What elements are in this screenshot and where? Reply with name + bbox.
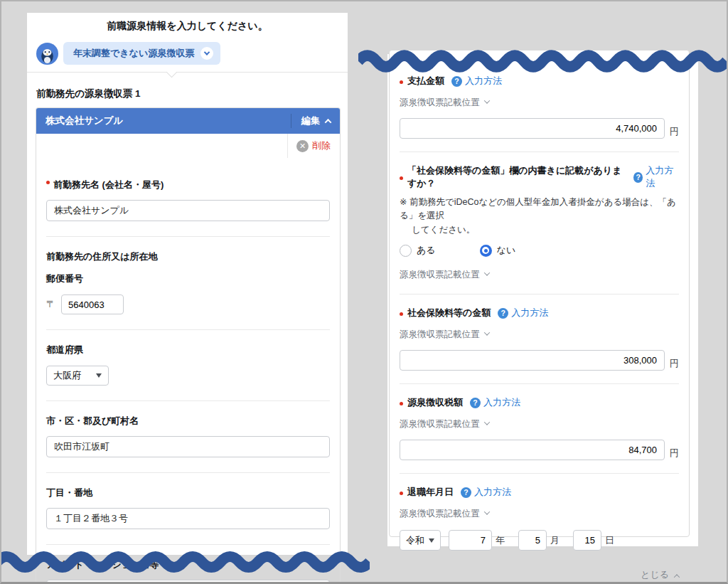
shaho-amount-label-row: 社会保険料等の金額 ? 入力方法 (400, 307, 679, 319)
field-divider (46, 236, 330, 237)
radio-option-aru[interactable]: ある (400, 244, 436, 257)
era-value: 令和 (406, 534, 424, 547)
block-number-input[interactable] (46, 508, 330, 529)
city-label: 市・区・郡及び町村名 (46, 415, 330, 428)
withholding-tax-label: 源泉徴収税額 (407, 396, 463, 409)
withholding-tax-row: 円 (400, 440, 679, 460)
required-marker (400, 402, 403, 405)
shaho-amount-row: 円 (400, 350, 679, 371)
field-divider (46, 329, 330, 330)
edit-label: 編集 (301, 115, 320, 127)
chevron-up-icon (674, 574, 680, 580)
doc-type-dropdown[interactable]: 年末調整できない源泉徴収票 (63, 42, 220, 65)
city-input[interactable] (46, 436, 330, 457)
era-select[interactable]: 令和 (400, 530, 441, 551)
question-icon: ? (451, 76, 462, 87)
payment-amount-label: 支払金額 (407, 75, 444, 87)
postal-code-input[interactable] (61, 294, 124, 314)
required-marker (400, 312, 403, 316)
chevron-down-icon (200, 47, 213, 60)
year-unit: 年 (496, 534, 505, 547)
radio-unchecked-icon[interactable] (400, 245, 412, 257)
company-card: 株式会社サンプル 編集 ✕ 削除 前勤務先名 (会社名・屋号) (36, 107, 341, 584)
withholding-tax-help-link[interactable]: ? 入力方法 (470, 396, 520, 409)
required-marker (46, 181, 50, 184)
edit-button[interactable]: 編集 (291, 114, 331, 128)
company-card-body: 前勤務先名 (会社名・屋号) 前勤務先の住所又は所在地 郵便番号 〒 都道府県 … (36, 158, 340, 584)
day-unit: 日 (605, 534, 614, 547)
withholding-tax-input[interactable] (400, 440, 665, 460)
delete-label: 削除 (312, 139, 331, 152)
company-card-header: 株式会社サンプル 編集 (36, 108, 340, 134)
chevron-up-icon (325, 118, 332, 125)
radio-checked-icon[interactable] (480, 245, 492, 257)
vertical-separator (287, 134, 288, 158)
company-name-input[interactable] (46, 200, 330, 221)
postal-code-row: 〒 (46, 294, 330, 314)
prefecture-select[interactable]: 大阪府 (46, 366, 109, 386)
required-marker (400, 80, 403, 84)
shaho-question-label: 「社会保険料等の金額」欄の内書きに記載がありますか？ (407, 164, 626, 190)
postal-mark-icon: 〒 (46, 298, 55, 311)
close-row: とじる (400, 568, 679, 581)
field-divider (46, 472, 330, 473)
shaho-question-position-toggle[interactable]: 源泉徴収票記載位置 (400, 269, 489, 281)
payment-amount-input[interactable] (400, 118, 665, 139)
select-arrow-icon (429, 538, 434, 543)
payment-amount-row: 円 (400, 118, 679, 139)
question-icon: ? (633, 172, 643, 183)
page-title: 前職源泉情報を入力してください。 (27, 20, 348, 33)
payment-position-toggle[interactable]: 源泉徴収票記載位置 (400, 97, 489, 109)
prefecture-label: 都道府県 (46, 344, 330, 356)
close-circle-icon: ✕ (296, 140, 309, 152)
retirement-date-help-link[interactable]: ? 入力方法 (461, 486, 511, 499)
field-divider (46, 544, 330, 545)
collapse-button[interactable]: とじる (641, 568, 679, 581)
penguin-avatar-icon (36, 43, 58, 65)
chevron-down-icon (483, 270, 489, 275)
question-icon: ? (498, 308, 508, 319)
yen-unit: 円 (670, 447, 679, 460)
shaho-amount-position-toggle[interactable]: 源泉徴収票記載位置 (400, 329, 489, 341)
shaho-amount-input[interactable] (400, 350, 665, 371)
retirement-date-position-toggle[interactable]: 源泉徴収票記載位置 (400, 508, 489, 520)
day-input[interactable] (573, 530, 601, 551)
building-label: アパート・マンション名等 (46, 558, 330, 571)
year-input[interactable] (449, 530, 492, 551)
yen-unit: 円 (670, 125, 679, 139)
shaho-question-label-row: 「社会保険料等の金額」欄の内書きに記載がありますか？ ? 入力方法 (400, 164, 679, 190)
yen-unit: 円 (670, 357, 679, 371)
doc-type-label: 年末調整できない源泉徴収票 (73, 47, 194, 60)
payment-help-link[interactable]: ? 入力方法 (451, 75, 502, 87)
shaho-radio-group: ある ない (400, 244, 679, 257)
amounts-card: 支払金額 ? 入力方法 源泉徴収票記載位置 円 「社会保険料等の金額」欄の内書き… (389, 50, 690, 537)
block-number-label: 丁目・番地 (46, 487, 330, 499)
radio-option-nai[interactable]: ない (480, 244, 516, 257)
month-input[interactable] (518, 530, 547, 551)
delete-row: ✕ 削除 (36, 134, 340, 158)
withholding-tax-position-toggle[interactable]: 源泉徴収票記載位置 (400, 418, 489, 430)
shaho-question-help-link[interactable]: ? 入力方法 (633, 164, 679, 190)
building-input[interactable] (46, 580, 330, 584)
company-name-header: 株式会社サンプル (46, 115, 123, 127)
collapse-label: とじる (641, 568, 669, 581)
section-divider (27, 72, 348, 73)
prefecture-value: 大阪府 (53, 369, 81, 382)
shaho-amount-help-link[interactable]: ? 入力方法 (498, 307, 548, 319)
question-icon: ? (470, 398, 481, 408)
divider-notch (166, 67, 178, 78)
chevron-down-icon (483, 509, 489, 514)
field-divider (46, 400, 330, 401)
required-marker (400, 176, 403, 180)
amounts-form-panel: 支払金額 ? 入力方法 源泉徴収票記載位置 円 「社会保険料等の金額」欄の内書き… (387, 54, 698, 546)
previous-job-form-panel: 前職源泉情報を入力してください。 年末調整できない源泉徴収票 前勤務先の源泉徴収… (27, 13, 348, 555)
screenshot-root: 前職源泉情報を入力してください。 年末調整できない源泉徴収票 前勤務先の源泉徴収… (0, 0, 728, 584)
section-divider (400, 152, 679, 152)
delete-button[interactable]: ✕ 削除 (296, 139, 331, 152)
required-marker (400, 492, 403, 495)
postal-code-label: 郵便番号 (46, 272, 330, 285)
chevron-down-icon (483, 97, 489, 103)
ideco-note: ※ 前勤務先でiDeCoなどの個人型年金加入者掛金がある場合は、「ある」を選択 … (400, 196, 679, 237)
withholding-tax-label-row: 源泉徴収税額 ? 入力方法 (400, 396, 679, 409)
shaho-amount-label: 社会保険料等の金額 (407, 307, 491, 319)
